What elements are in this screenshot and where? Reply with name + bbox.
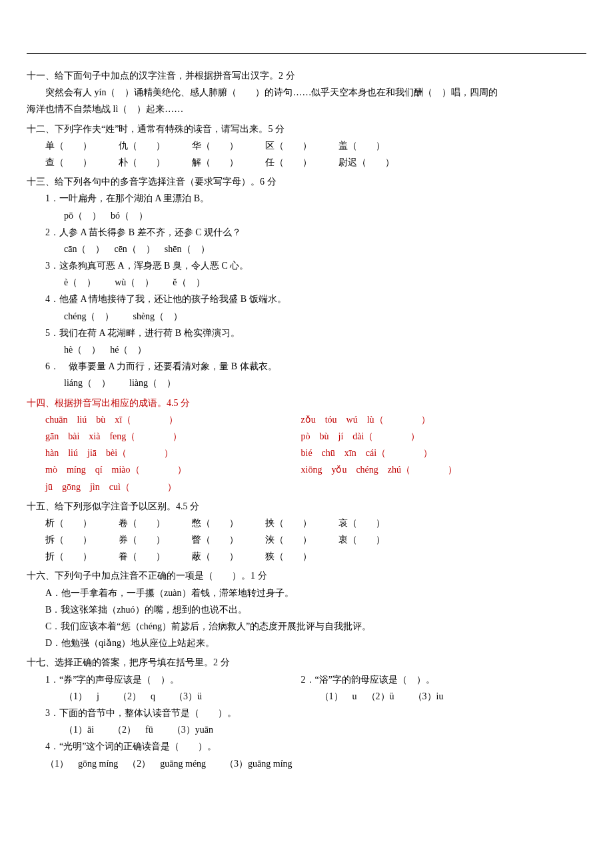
q15-cell: 浃（ ） — [265, 531, 338, 548]
q12-cell: 朴（ ） — [119, 154, 192, 171]
q13-title: 十三、给下列各句中的多音字选择注音（要求写字母）。6 分 — [27, 173, 586, 190]
q15-cell: 眷（ ） — [119, 548, 192, 565]
top-rule — [27, 53, 586, 54]
q14-row: gān bài xià feng（ ） pò bù jí dài（ ） — [27, 428, 586, 445]
q14-cell: mò míng qí miào（ ） — [45, 461, 299, 478]
q17-4-a: （1） gōng míng （2） guāng méng （3）guāng mí… — [27, 755, 586, 772]
q12-cell: 单（ ） — [45, 137, 119, 154]
q15-cell: 衷（ ） — [338, 531, 412, 548]
q15-cell: 挟（ ） — [265, 515, 338, 531]
q17-pair1-a: （1） j （2） q （3）ü （1） u （2）ü （3）iu — [27, 688, 586, 705]
question-13: 十三、给下列各句中的多音字选择注音（要求写字母）。6 分 1．一叶扁舟，在那个湖… — [27, 173, 586, 391]
q16-opt: B．我这张笨拙（zhuó）的嘴，想到的也说不出。 — [27, 601, 586, 618]
q15-cell: 哀（ ） — [338, 515, 412, 531]
q15-row: 折（ ） 眷（ ） 蔽（ ） 狭（ ） — [27, 548, 586, 565]
q14-row: hàn liú jiā bèi（ ） bié chū xīn cái（ ） — [27, 445, 586, 461]
q15-title: 十五、给下列形似字注音予以区别。4.5 分 — [27, 498, 586, 515]
q13-item-q: 4．他盛 A 情地接待了我，还让他的孩子给我盛 B 饭端水。 — [27, 291, 586, 307]
q12-cell: 尉迟（ ） — [338, 154, 412, 171]
q17-4-q: 4．“光明”这个词的正确读音是（ ）。 — [27, 738, 586, 755]
q12-cell: 任（ ） — [265, 154, 338, 171]
q13-item-a: pō（ ） bó（ ） — [27, 207, 586, 224]
q16-title: 十六、下列句子中加点注音不正确的一项是（ ）。1 分 — [27, 567, 586, 584]
q13-item-a: hè（ ） hé（ ） — [27, 341, 586, 358]
q15-cell: 瞥（ ） — [192, 531, 265, 548]
q13-item-q: 6． 做事要量 A 力而行，还要看清对象，量 B 体裁衣。 — [27, 358, 586, 375]
q15-cell — [338, 548, 412, 565]
question-14: 十四、根据拼音写出相应的成语。4.5 分 chuān liú bù xī（ ） … — [27, 395, 586, 495]
q17-1-a: （1） j （2） q （3）ü — [45, 688, 317, 705]
q13-item-q: 1．一叶扁舟，在那个湖泊 A 里漂泊 B。 — [27, 190, 586, 207]
q17-pair1-q: 1．“券”字的声母应该是（ ）。 2．“浴”字的韵母应该是（ ）。 — [27, 671, 586, 688]
q11-line1: 突然会有人 yín（ ）诵精美绝伦、感人肺腑（ ）的诗句……似乎天空本身也在和我… — [27, 84, 586, 101]
q17-2-q: 2．“浴”字的韵母应该是（ ）。 — [301, 671, 554, 688]
q12-cell: 解（ ） — [192, 154, 265, 171]
q14-cell: jū gōng jìn cuì（ ） — [45, 479, 299, 495]
q17-3-a: （1）āi （2） fū （3）yuān — [27, 721, 586, 738]
q15-cell: 折（ ） — [45, 548, 119, 565]
q13-item-a: liáng（ ） liàng（ ） — [27, 375, 586, 391]
q15-cell: 蔽（ ） — [192, 548, 265, 565]
q13-item-a: è（ ） wù（ ） ě（ ） — [27, 274, 586, 291]
q11-line2: 海洋也情不自禁地战 lì（ ）起来…… — [27, 101, 586, 117]
q12-title: 十二、下列字作夫“姓”时，通常有特殊的读音，请写出来。5 分 — [27, 121, 586, 137]
q14-cell: bié chū xīn cái（ ） — [301, 445, 554, 461]
q15-cell: 析（ ） — [45, 515, 119, 531]
q15-row: 析（ ） 卷（ ） 憋（ ） 挟（ ） 哀（ ） — [27, 515, 586, 531]
q12-cell: 仇（ ） — [119, 137, 192, 154]
q15-cell: 券（ ） — [119, 531, 192, 548]
q13-item-a: cān（ ） cēn（ ） shēn（ ） — [27, 241, 586, 257]
q12-cell: 盖（ ） — [338, 137, 412, 154]
q16-opt: C．我们应该本着“惩（chéng）前毖后，治病救人”的态度开展批评与自我批评。 — [27, 618, 586, 635]
q13-item-q: 3．这条狗真可恶 A，浑身恶 B 臭，令人恶 C 心。 — [27, 257, 586, 274]
q16-opt: A．他一手拿着布，一手攥（zuàn）着钱，滞笨地转过身子。 — [27, 585, 586, 601]
q17-3-q: 3．下面的音节中，整体认读音节是（ ）。 — [27, 705, 586, 721]
q14-row: chuān liú bù xī（ ） zǒu tóu wú lù（ ） — [27, 411, 586, 428]
q12-cell: 查（ ） — [45, 154, 119, 171]
q14-cell: chuān liú bù xī（ ） — [45, 411, 299, 428]
q14-cell: gān bài xià feng（ ） — [45, 428, 299, 445]
q14-title: 十四、根据拼音写出相应的成语。4.5 分 — [27, 395, 586, 411]
q12-row2: 查（ ） 朴（ ） 解（ ） 任（ ） 尉迟（ ） — [27, 154, 586, 171]
q15-cell: 拆（ ） — [45, 531, 119, 548]
q15-row: 拆（ ） 券（ ） 瞥（ ） 浃（ ） 衷（ ） — [27, 531, 586, 548]
q15-cell: 憋（ ） — [192, 515, 265, 531]
question-15: 十五、给下列形似字注音予以区别。4.5 分 析（ ） 卷（ ） 憋（ ） 挟（ … — [27, 498, 586, 565]
q14-cell: xiōng yǒu chéng zhú（ ） — [301, 461, 554, 478]
q14-cell: zǒu tóu wú lù（ ） — [301, 411, 554, 428]
q17-1-q: 1．“券”字的声母应该是（ ）。 — [45, 671, 299, 688]
q15-cell: 狭（ ） — [265, 548, 338, 565]
q14-cell: hàn liú jiā bèi（ ） — [45, 445, 299, 461]
q15-cell: 卷（ ） — [119, 515, 192, 531]
q13-item-q: 5．我们在荷 A 花湖畔，进行荷 B 枪实弹演习。 — [27, 325, 586, 341]
q14-cell: pò bù jí dài（ ） — [301, 428, 554, 445]
q12-cell: 区（ ） — [265, 137, 338, 154]
q14-row: mò míng qí miào（ ） xiōng yǒu chéng zhú（ … — [27, 461, 586, 478]
q14-row: jū gōng jìn cuì（ ） — [27, 479, 586, 495]
question-16: 十六、下列句子中加点注音不正确的一项是（ ）。1 分 A．他一手拿着布，一手攥（… — [27, 567, 586, 651]
question-12: 十二、下列字作夫“姓”时，通常有特殊的读音，请写出来。5 分 单（ ） 仇（ ）… — [27, 121, 586, 171]
q16-opt: D．他勉强（qiǎng）地从座位上站起来。 — [27, 635, 586, 651]
q13-item-q: 2．人参 A 苗长得参 B 差不齐，还参 C 观什么？ — [27, 224, 586, 241]
q12-cell: 华（ ） — [192, 137, 265, 154]
question-11: 十一、给下面句子中加点的汉字注音，并根据拼音写出汉字。2 分 突然会有人 yín… — [27, 67, 586, 118]
q17-2-a: （1） u （2）ü （3）iu — [320, 688, 573, 705]
q11-title: 十一、给下面句子中加点的汉字注音，并根据拼音写出汉字。2 分 — [27, 67, 586, 84]
q17-title: 十七、选择正确的答案，把序号填在括号里。2 分 — [27, 654, 586, 671]
question-17: 十七、选择正确的答案，把序号填在括号里。2 分 1．“券”字的声母应该是（ ）。… — [27, 654, 586, 771]
q13-item-a: chéng（ ） shèng（ ） — [27, 308, 586, 325]
q12-row1: 单（ ） 仇（ ） 华（ ） 区（ ） 盖（ ） — [27, 137, 586, 154]
